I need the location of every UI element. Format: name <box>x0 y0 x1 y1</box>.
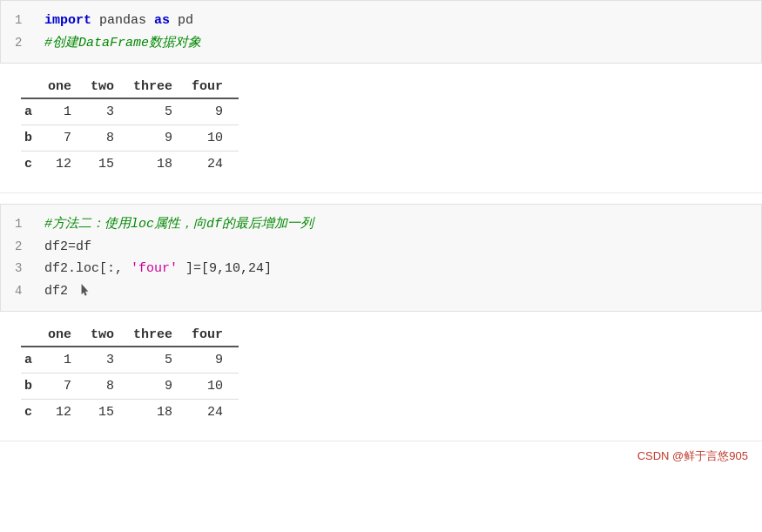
code-text-pandas: pandas <box>99 13 154 28</box>
code-df2-df: df2=df <box>44 239 91 254</box>
keyword-import: import <box>44 13 91 28</box>
code-content-b3: df2.loc[:, 'four' ]=[9,10,24] <box>44 258 272 280</box>
line-number-1: 1 <box>15 10 36 31</box>
code-loc-prefix: df2.loc[:, <box>44 261 123 276</box>
cell-a-four-2: 9 <box>188 347 239 374</box>
watermark-text: CSDN @鲜于言悠905 <box>637 448 748 464</box>
code-str-four: 'four' <box>131 261 178 276</box>
cell-c-three-1: 18 <box>130 152 188 178</box>
row-label-b1: b <box>21 125 44 152</box>
table-header-two-2: two <box>87 324 130 347</box>
code-line-b4: 4 df2 <box>15 280 747 303</box>
code-line-b1: 1 #方法二：使用loc属性，向df的最后增加一列 <box>15 213 747 236</box>
row-label-a1: a <box>21 98 44 125</box>
row-label-a2: a <box>21 347 44 374</box>
code-line-2: 2 #创建DataFrame数据对象 <box>15 32 747 55</box>
cell-c-four-1: 24 <box>188 152 239 178</box>
table-header-one-1: one <box>44 76 87 98</box>
table-row: b 7 8 9 10 <box>21 125 239 152</box>
line-number-b3: 3 <box>15 259 36 279</box>
table-block-1: one two three four a 1 3 5 9 b 7 8 9 10 <box>0 64 762 193</box>
code-content-2: #创建DataFrame数据对象 <box>44 32 201 55</box>
separator <box>0 193 762 204</box>
cell-a-four-1: 9 <box>188 98 239 125</box>
code-content-b2: df2=df <box>44 236 91 259</box>
code-loc-suffix: ]=[9,10,24] <box>185 261 272 276</box>
table-row: b 7 8 9 10 <box>21 374 239 400</box>
cell-a-two-1: 3 <box>87 98 130 125</box>
cell-c-one-2: 12 <box>44 400 87 426</box>
code-content-1: import pandas as pd <box>44 10 193 32</box>
cell-c-four-2: 24 <box>188 400 239 426</box>
table-row: c 12 15 18 24 <box>21 400 239 426</box>
cursor-icon <box>79 283 90 297</box>
code-text-pd: pd <box>178 13 193 28</box>
code-df2: df2 <box>44 284 68 299</box>
line-number-b4: 4 <box>15 281 36 302</box>
table-block-2: one two three four a 1 3 5 9 b 7 8 9 10 <box>0 312 762 441</box>
code-block-1: 1 import pandas as pd 2 #创建DataFrame数据对象 <box>0 0 762 64</box>
table-row: c 12 15 18 24 <box>21 152 239 178</box>
table-header-two-1: two <box>87 76 130 98</box>
data-table-1: one two three four a 1 3 5 9 b 7 8 9 10 <box>21 76 239 177</box>
table-header-index-1 <box>21 76 44 98</box>
table-header-one-2: one <box>44 324 87 347</box>
row-label-c1: c <box>21 152 44 178</box>
table-header-row-2: one two three four <box>21 324 239 347</box>
cell-b-three-2: 9 <box>130 374 188 400</box>
cell-c-two-1: 15 <box>87 152 130 178</box>
table-header-row-1: one two three four <box>21 76 239 98</box>
comment-1: #创建DataFrame数据对象 <box>44 36 201 51</box>
cell-b-two-1: 8 <box>87 125 130 152</box>
code-line-1: 1 import pandas as pd <box>15 10 747 32</box>
bottom-bar: CSDN @鲜于言悠905 <box>0 441 762 471</box>
cell-b-one-1: 7 <box>44 125 87 152</box>
table-row: a 1 3 5 9 <box>21 98 239 125</box>
table-header-three-2: three <box>130 324 188 347</box>
table-header-three-1: three <box>130 76 188 98</box>
keyword-as: as <box>154 13 170 28</box>
table-header-index-2 <box>21 324 44 347</box>
row-label-c2: c <box>21 400 44 426</box>
table-header-four-2: four <box>188 324 239 347</box>
cell-b-four-2: 10 <box>188 374 239 400</box>
code-content-b1: #方法二：使用loc属性，向df的最后增加一列 <box>44 213 314 236</box>
row-label-b2: b <box>21 374 44 400</box>
cell-b-four-1: 10 <box>188 125 239 152</box>
table-header-four-1: four <box>188 76 239 98</box>
cell-a-one-2: 1 <box>44 347 87 374</box>
line-number-b1: 1 <box>15 214 36 235</box>
table-row: a 1 3 5 9 <box>21 347 239 374</box>
code-line-b3: 3 df2.loc[:, 'four' ]=[9,10,24] <box>15 258 747 280</box>
code-content-b4: df2 <box>44 280 90 303</box>
comment-2: #方法二：使用loc属性，向df的最后增加一列 <box>44 217 314 232</box>
line-number-2: 2 <box>15 33 36 54</box>
cell-b-two-2: 8 <box>87 374 130 400</box>
cell-a-one-1: 1 <box>44 98 87 125</box>
cell-b-three-1: 9 <box>130 125 188 152</box>
line-number-b2: 2 <box>15 237 36 258</box>
cell-c-three-2: 18 <box>130 400 188 426</box>
code-line-b2: 2 df2=df <box>15 236 747 259</box>
cell-a-three-2: 5 <box>130 347 188 374</box>
code-block-2: 1 #方法二：使用loc属性，向df的最后增加一列 2 df2=df 3 df2… <box>0 204 762 312</box>
data-table-2: one two three four a 1 3 5 9 b 7 8 9 10 <box>21 324 239 425</box>
cell-c-one-1: 12 <box>44 152 87 178</box>
cell-a-three-1: 5 <box>130 98 188 125</box>
cell-c-two-2: 15 <box>87 400 130 426</box>
cell-b-one-2: 7 <box>44 374 87 400</box>
cell-a-two-2: 3 <box>87 347 130 374</box>
